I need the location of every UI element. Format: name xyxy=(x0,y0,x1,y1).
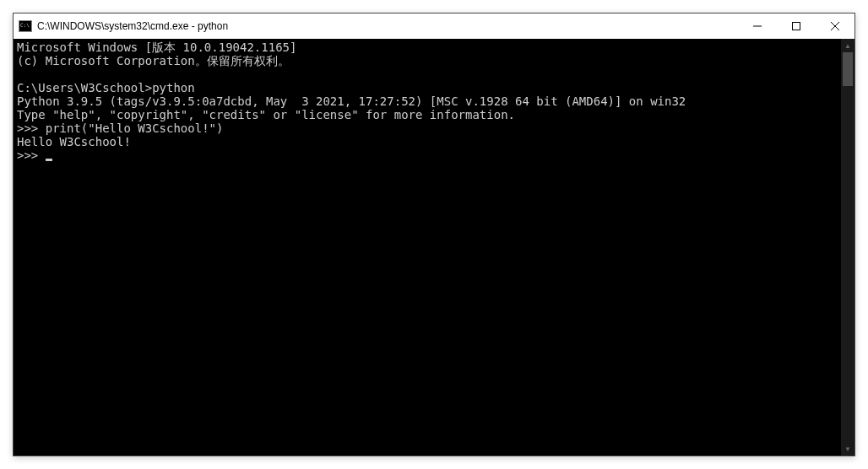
terminal-line: Type "help", "copyright", "credits" or "… xyxy=(17,108,515,121)
cmd-icon xyxy=(19,20,32,32)
terminal-line: >>> print("Hello W3Cschool!") xyxy=(17,121,223,135)
terminal-line: Python 3.9.5 (tags/v3.9.5:0a7dcbd, May 3… xyxy=(17,94,686,108)
window-title: C:\WINDOWS\system32\cmd.exe - python xyxy=(37,20,738,32)
scroll-down-icon[interactable]: ▼ xyxy=(841,442,854,456)
scrollbar-thumb[interactable] xyxy=(843,52,853,86)
terminal[interactable]: Microsoft Windows [版本 10.0.19042.1165] (… xyxy=(14,39,841,456)
terminal-line: C:\Users\W3Cschool>python xyxy=(17,81,195,94)
scroll-up-icon[interactable]: ▲ xyxy=(841,39,854,52)
cmd-window: C:\WINDOWS\system32\cmd.exe - python Mic… xyxy=(13,13,855,456)
titlebar[interactable]: C:\WINDOWS\system32\cmd.exe - python xyxy=(14,13,854,39)
terminal-line: Microsoft Windows [版本 10.0.19042.1165] xyxy=(17,40,296,54)
terminal-prompt: >>> xyxy=(17,148,46,162)
scrollbar[interactable]: ▲ ▼ xyxy=(841,39,854,456)
minimize-button[interactable] xyxy=(738,13,777,39)
minimize-icon xyxy=(753,22,762,30)
close-icon xyxy=(831,22,839,30)
svg-rect-1 xyxy=(793,23,800,30)
window-controls xyxy=(738,13,854,39)
terminal-area: Microsoft Windows [版本 10.0.19042.1165] (… xyxy=(14,39,854,456)
cursor xyxy=(46,159,52,161)
maximize-icon xyxy=(792,22,800,30)
close-button[interactable] xyxy=(816,13,854,39)
terminal-line: (c) Microsoft Corporation。保留所有权利。 xyxy=(17,54,290,67)
maximize-button[interactable] xyxy=(777,13,816,39)
terminal-line: Hello W3Cschool! xyxy=(17,135,131,148)
